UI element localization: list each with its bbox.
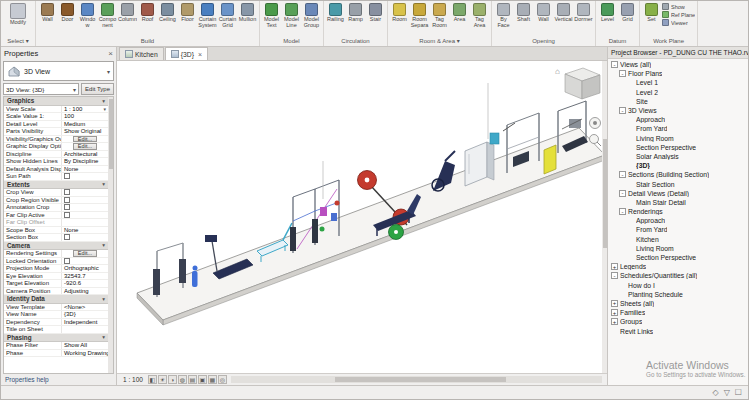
tree-item-3d-views[interactable]: -3D Views [608, 106, 748, 115]
ribbon-button-ceiling[interactable]: Ceiling [158, 2, 177, 23]
tree-item-renderings[interactable]: -Renderings [608, 207, 748, 216]
tree-item-level-2[interactable]: Level 2 [608, 88, 748, 97]
expand-icon[interactable]: + [611, 263, 618, 270]
checkbox[interactable] [64, 189, 70, 195]
ribbon-button-dormer[interactable]: Dormer [574, 2, 593, 23]
property-section-phasing[interactable]: Phasing▾ [4, 334, 108, 343]
3d-scene[interactable]: ⌂ [117, 61, 607, 373]
scrollbar-thumb[interactable] [603, 139, 607, 248]
worksharing-display-icon[interactable]: ◇ [713, 388, 719, 397]
visual-style-icon[interactable]: ◧ [148, 375, 157, 384]
ribbon-button-room-separator[interactable]: Room Separator [410, 2, 429, 29]
tree-item-3d[interactable]: {3D} [608, 161, 748, 170]
collapse-icon[interactable]: - [619, 171, 626, 178]
ribbon-button-viewer[interactable]: Viewer [662, 19, 695, 26]
property-value[interactable]: <None> [62, 304, 108, 311]
equipment-green-plate[interactable] [389, 225, 404, 240]
ribbon-button-door[interactable]: Door [58, 2, 77, 23]
scale-button[interactable]: 1 : 100 [120, 375, 146, 384]
close-tab-icon[interactable]: × [198, 51, 202, 58]
edit-button[interactable]: Edit... [73, 136, 97, 143]
tree-item-approach[interactable]: Approach [608, 216, 748, 225]
checkbox[interactable] [64, 234, 70, 240]
select-toggle-icon[interactable]: ☐ [735, 388, 742, 397]
property-section-identity-data[interactable]: Identity Data▾ [4, 295, 108, 304]
property-value[interactable] [62, 326, 108, 333]
ribbon-group-label[interactable]: Opening [494, 37, 593, 46]
ribbon-button-shaft[interactable]: Shaft [514, 2, 533, 23]
temporary-hide-isolate-icon[interactable]: ▦ [208, 375, 217, 384]
horizontal-scrollbar[interactable] [231, 376, 602, 383]
ribbon-button-vertical[interactable]: Vertical [554, 2, 573, 23]
property-value[interactable]: Edit... [62, 143, 108, 150]
property-section-graphics[interactable]: Graphics▾ [4, 97, 108, 106]
ribbon-button-mullion[interactable]: Mullion [238, 2, 257, 23]
ribbon-button-railing[interactable]: Railing [326, 2, 345, 23]
ribbon-button-curtain-grid[interactable]: Curtain Grid [218, 2, 237, 29]
render-dialog-icon[interactable]: ◍ [178, 375, 187, 384]
expand-icon[interactable]: + [611, 309, 618, 316]
collapse-icon[interactable]: - [611, 272, 618, 279]
property-value[interactable] [62, 258, 108, 265]
ribbon-group-label[interactable]: Build [38, 37, 257, 46]
tree-item-stair-section[interactable]: Stair Section [608, 179, 748, 188]
property-value[interactable]: Show All [62, 342, 108, 349]
crop-view-icon[interactable]: ▤ [188, 375, 197, 384]
tree-item-section-perspective[interactable]: Section Perspective [608, 143, 748, 152]
property-value[interactable]: Edit... [62, 136, 108, 143]
ribbon-group-label[interactable]: Model [262, 37, 321, 46]
ribbon-button-show[interactable]: Show [662, 3, 695, 10]
ribbon-button-modify[interactable]: Modify [3, 2, 33, 26]
close-properties-icon[interactable]: × [108, 49, 113, 58]
tree-item-from-yard[interactable]: From Yard [608, 225, 748, 234]
navigation-bar[interactable] [590, 118, 602, 147]
property-value[interactable] [62, 173, 108, 180]
ribbon-group-label[interactable]: Datum [598, 37, 637, 46]
tree-item-level-1[interactable]: Level 1 [608, 78, 748, 87]
tree-item-sheets-all[interactable]: +Sheets (all) [608, 299, 748, 308]
scrollbar-thumb[interactable] [335, 377, 506, 382]
ribbon-button-by-face[interactable]: By Face [494, 2, 513, 29]
tree-item-site[interactable]: Site [608, 97, 748, 106]
collapse-icon[interactable]: - [619, 208, 626, 215]
tree-item-legends[interactable]: +Legends [608, 262, 748, 271]
ribbon-button-ref-plane[interactable]: Ref Plane [662, 11, 695, 18]
ribbon-group-label[interactable]: Circulation [326, 37, 385, 46]
property-value[interactable]: Architectural [62, 151, 108, 158]
ribbon-group-label[interactable]: Work Plane [642, 37, 695, 46]
checkbox[interactable] [64, 212, 70, 218]
property-value[interactable]: 1 : 100▾ [62, 106, 108, 113]
view-instance-combo[interactable]: 3D View: {3D} ▾ [3, 83, 79, 95]
checkbox[interactable] [64, 204, 70, 210]
ribbon-button-wall[interactable]: Wall [534, 2, 553, 23]
tree-item-floor-plans[interactable]: -Floor Plans [608, 69, 748, 78]
collapse-icon[interactable]: - [611, 61, 618, 68]
edit-button[interactable]: Edit... [73, 250, 97, 257]
property-value[interactable]: Orthographic [62, 265, 108, 272]
property-value[interactable]: Medium [62, 121, 108, 128]
tree-item-living-room[interactable]: Living Room [608, 244, 748, 253]
ribbon-button-model-line[interactable]: Model Line [282, 2, 301, 29]
viewcube-home-icon[interactable]: ⌂ [555, 67, 560, 76]
ribbon-button-stair[interactable]: Stair [366, 2, 385, 23]
scrollbar-thumb[interactable] [109, 99, 113, 169]
tree-item-from-yard[interactable]: From Yard [608, 124, 748, 133]
shadows-icon[interactable]: ◑ [168, 375, 177, 384]
tree-item-schedules-quantities-all[interactable]: -Schedules/Quantities (all) [608, 271, 748, 280]
checkbox[interactable] [64, 173, 70, 179]
property-value[interactable] [62, 219, 108, 226]
ribbon-button-column[interactable]: Column [118, 2, 137, 23]
property-value[interactable] [62, 197, 108, 204]
ribbon-button-model-group[interactable]: Model Group [302, 2, 321, 29]
property-section-camera[interactable]: Camera▾ [4, 242, 108, 251]
tree-item-groups[interactable]: +Groups [608, 317, 748, 326]
ribbon-button-curtain-system[interactable]: Curtain System [198, 2, 217, 29]
property-value[interactable] [62, 204, 108, 211]
ribbon-button-room[interactable]: Room [390, 2, 409, 23]
collapse-icon[interactable]: - [619, 70, 626, 77]
ribbon-group-label[interactable]: Select ▾ [3, 36, 33, 46]
viewcube[interactable]: ⌂ [555, 67, 600, 99]
edit-type-button[interactable]: Edit Type [81, 83, 114, 95]
tree-item-views-all[interactable]: -Views (all) [608, 60, 748, 69]
selection-filter-icon[interactable]: ▽ [724, 388, 730, 397]
